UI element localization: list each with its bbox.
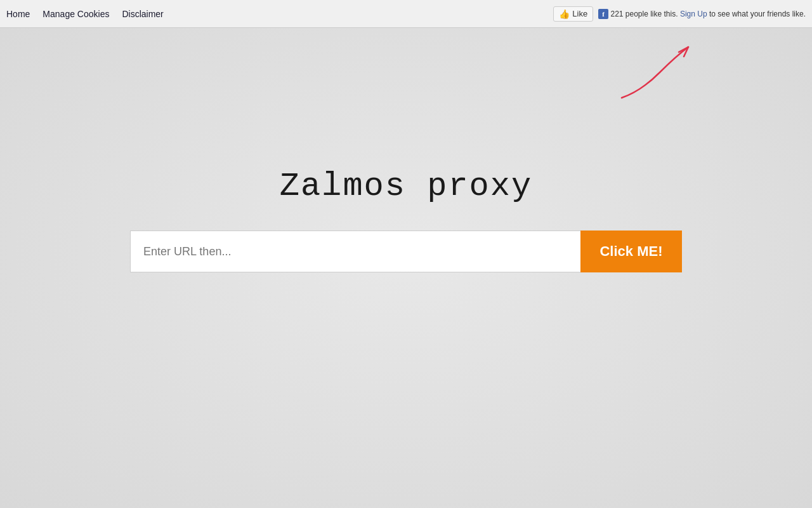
nav-home[interactable]: Home <box>6 9 30 19</box>
search-form: Click ME! <box>130 231 682 272</box>
facebook-signup-suffix: to see what your friends like. <box>709 10 806 18</box>
facebook-like-button[interactable]: 👍 Like <box>553 6 593 22</box>
like-label: Like <box>572 9 587 18</box>
thumbs-up-icon: 👍 <box>559 9 570 19</box>
nav-manage-cookies[interactable]: Manage Cookies <box>43 9 109 19</box>
facebook-text: f 221 people like this. Sign Up to see w… <box>598 9 806 19</box>
facebook-signup-link[interactable]: Sign Up <box>680 10 707 18</box>
facebook-count: 221 people like this. <box>610 10 679 18</box>
submit-button[interactable]: Click ME! <box>580 231 682 272</box>
url-input[interactable] <box>130 231 580 272</box>
main-content: Zalmos proxy Click ME! <box>0 28 812 272</box>
facebook-area: 👍 Like f 221 people like this. Sign Up t… <box>553 6 806 22</box>
nav-disclaimer[interactable]: Disclaimer <box>122 9 163 19</box>
arrow-graphic <box>615 41 698 104</box>
page-title: Zalmos proxy <box>280 168 532 205</box>
facebook-icon: f <box>598 9 608 19</box>
navbar: Home Manage Cookies Disclaimer 👍 Like f … <box>0 0 812 28</box>
